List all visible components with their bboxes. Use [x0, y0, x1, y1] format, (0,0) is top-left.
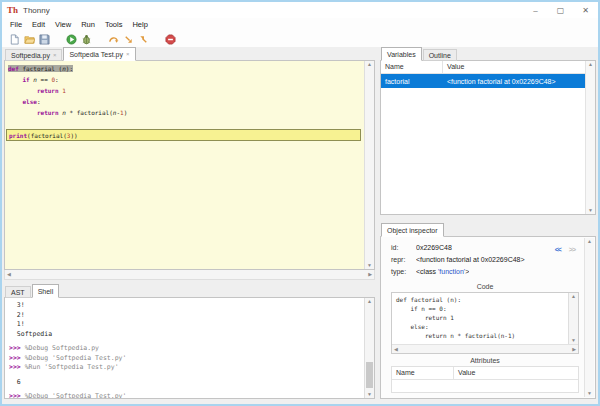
inspector-navigation: << >> — [555, 246, 575, 253]
column-header-name[interactable]: Name — [392, 367, 454, 379]
bottom-strip — [2, 399, 598, 404]
tab-close-icon[interactable]: × — [126, 51, 130, 57]
back-button[interactable]: << — [555, 246, 561, 253]
scrollbar-thumb[interactable] — [366, 362, 373, 388]
save-file-button[interactable] — [38, 33, 50, 45]
shell-command: %Debug 'Softpedia Test.py' — [25, 354, 127, 362]
code-section-label: Code — [391, 283, 579, 290]
editor-area: def factorial (n): if n == 0: return 1 e… — [4, 61, 375, 270]
thonny-window: Th Thonny – ▢ ✕ FileEditViewRunToolsHelp… — [0, 0, 600, 406]
step-out-button[interactable] — [137, 33, 149, 45]
tab-object-inspector[interactable]: Object inspector — [381, 223, 444, 237]
new-file-button[interactable] — [8, 33, 20, 45]
open-file-button[interactable] — [23, 33, 35, 45]
maximize-button[interactable]: ▢ — [548, 2, 573, 18]
scroll-down-icon[interactable]: ▼ — [588, 208, 593, 213]
stop-button[interactable] — [164, 33, 176, 45]
code-editor[interactable]: def factorial (n): if n == 0: return 1 e… — [5, 61, 364, 269]
shell-prompt: >>> — [9, 392, 25, 398]
close-button[interactable]: ✕ — [573, 2, 598, 18]
menu-item-edit[interactable]: Edit — [27, 20, 50, 29]
forward-button[interactable]: >> — [569, 246, 575, 253]
menu-item-view[interactable]: View — [50, 20, 76, 29]
shell-command-line: >>> %Run 'Softpedia Test.py' — [9, 363, 364, 373]
scroll-down-icon[interactable]: ▼ — [367, 392, 372, 397]
field-text: > — [465, 268, 469, 275]
variable-value: <function factorial at 0x02269C48> — [443, 78, 595, 85]
editor-tab-softpedia-py[interactable]: Softpedia.py× — [5, 49, 62, 61]
menu-item-file[interactable]: File — [5, 20, 27, 29]
variables-header: Name Value — [381, 61, 595, 74]
type-link[interactable]: 'function' — [438, 268, 465, 275]
field-text: <function factorial at 0x02269C48> — [416, 256, 525, 263]
title-bar: Th Thonny – ▢ ✕ — [2, 2, 598, 18]
step-into-button[interactable] — [122, 33, 134, 45]
scroll-up-icon[interactable]: ▲ — [571, 294, 576, 299]
field-value: 0x2269C48 — [416, 244, 452, 251]
tab-shell[interactable]: Shell — [32, 284, 60, 298]
shell-command: %Debug 'Softpedia Test.py' — [25, 392, 127, 398]
active-frame-highlight: def factorial (n): — [8, 65, 73, 72]
scroll-up-icon[interactable]: ▲ — [367, 62, 372, 67]
tab-ast[interactable]: AST — [5, 286, 31, 298]
tab-label: Softpedia Test.py — [69, 51, 123, 58]
shell-command-line: >>> %Debug 'Softpedia Test.py' — [9, 392, 364, 398]
shell-command: %Debug Softpedia.py — [25, 344, 99, 352]
code-line: else: — [8, 96, 364, 107]
open-file-icon — [24, 34, 35, 45]
menu-item-help[interactable]: Help — [127, 20, 152, 29]
object-inspector-panel: << >> id:0x2269C48repr:<function factori… — [380, 237, 596, 399]
shell-output-line: 1! — [9, 320, 364, 330]
field-label: id: — [391, 244, 416, 251]
scroll-down-icon[interactable]: ▼ — [587, 391, 592, 396]
shell-output-line: 2! — [9, 311, 364, 321]
editor-tab-bar: Softpedia.py×Softpedia Test.py× — [4, 47, 375, 61]
editor-horizontal-scrollbar[interactable]: ◀ ▶ — [4, 270, 375, 280]
inspector-tab-bar: Object inspector — [380, 223, 596, 237]
editor-tab-softpedia-test-py[interactable]: Softpedia Test.py× — [63, 47, 135, 61]
variables-scrollbar[interactable]: ▲ ▼ — [585, 61, 595, 214]
menu-item-tools[interactable]: Tools — [100, 20, 128, 29]
tab-close-icon[interactable]: × — [53, 52, 57, 58]
tab-label: Variables — [387, 51, 416, 58]
inspector-code: def factorial (n): if n == 0: return 1 e… — [392, 293, 568, 344]
debug-script-button[interactable] — [80, 33, 92, 45]
tab-label: AST — [11, 289, 25, 296]
tab-variables[interactable]: Variables — [381, 47, 422, 61]
shell-vertical-scrollbar[interactable]: ▲ ▼ — [364, 298, 374, 398]
scroll-up-icon[interactable]: ▲ — [588, 62, 593, 67]
variable-row[interactable]: factorial<function factorial at 0x02269C… — [381, 74, 595, 88]
current-statement-line: print(factorial(3)) — [6, 129, 361, 141]
field-value: <class 'function'> — [416, 268, 469, 275]
inspector-code-vertical-scrollbar[interactable]: ▲ ▼ — [568, 293, 578, 344]
field-label: repr: — [391, 256, 416, 263]
scroll-up-icon[interactable]: ▲ — [587, 239, 592, 244]
scroll-left-icon[interactable]: ◀ — [394, 347, 398, 352]
step-over-button[interactable] — [107, 33, 119, 45]
column-header-name[interactable]: Name — [381, 61, 443, 73]
minimize-button[interactable]: – — [523, 2, 548, 18]
column-header-value[interactable]: Value — [443, 61, 595, 73]
shell-output[interactable]: 3! 2! 1! Softpedia>>> %Debug Softpedia.p… — [5, 298, 364, 398]
editor-vertical-scrollbar[interactable]: ▲ ▼ — [364, 61, 374, 269]
scroll-down-icon[interactable]: ▼ — [571, 338, 576, 343]
toolbar — [2, 31, 598, 47]
column-header-value[interactable]: Value — [454, 367, 578, 379]
inspector-code-horizontal-scrollbar[interactable]: ◀ ▶ — [392, 344, 578, 353]
scroll-right-icon[interactable]: ▶ — [368, 272, 372, 277]
shell-command: %Run 'Softpedia Test.py' — [25, 363, 119, 371]
tab-outline[interactable]: Outline — [423, 49, 457, 61]
scroll-left-icon[interactable]: ◀ — [7, 272, 11, 277]
field-text: 0x2269C48 — [416, 244, 452, 251]
inspector-field-id: id:0x2269C48 — [391, 244, 579, 251]
scroll-right-icon[interactable]: ▶ — [572, 347, 576, 352]
code-line: return n * factorial(n-1) — [8, 107, 364, 118]
scroll-up-icon[interactable]: ▲ — [367, 299, 372, 304]
debug-script-icon — [81, 34, 92, 45]
scroll-down-icon[interactable]: ▼ — [367, 263, 372, 268]
shell-command-line: >>> %Debug 'Softpedia Test.py' — [9, 354, 364, 364]
thonny-logo-icon: Th — [7, 6, 18, 15]
inspector-scrollbar[interactable]: ▲ ▼ — [584, 238, 594, 397]
run-script-button[interactable] — [65, 33, 77, 45]
menu-item-run[interactable]: Run — [76, 20, 100, 29]
